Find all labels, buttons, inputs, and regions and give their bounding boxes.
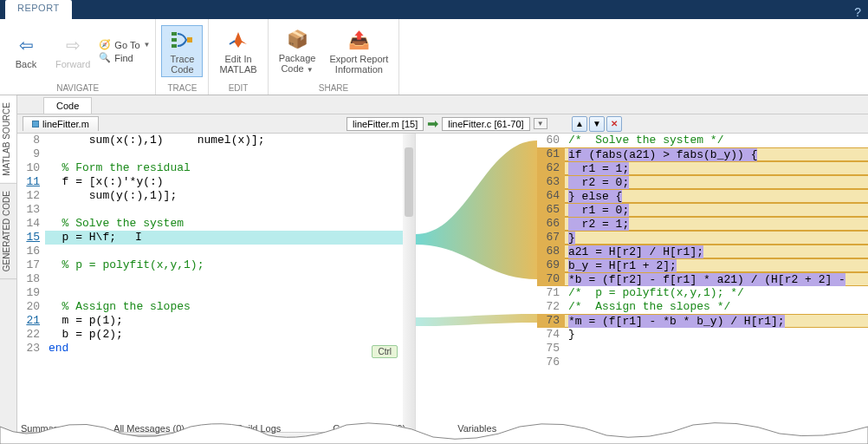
code-line[interactable]: 20 % Assign the slopes — [17, 300, 415, 314]
line-number[interactable]: 16 — [17, 245, 45, 258]
code-line[interactable]: 12 sum(y(:),1)]; — [17, 189, 415, 203]
line-number[interactable]: 62 — [537, 161, 565, 175]
line-number[interactable]: 22 — [17, 328, 45, 342]
code-line[interactable]: 9 — [17, 147, 415, 161]
code-text[interactable]: % Assign the slopes — [45, 300, 415, 314]
code-text[interactable]: m = p(1); — [45, 314, 415, 328]
line-number[interactable]: 9 — [17, 147, 45, 161]
code-line[interactable]: 61if (fabs(a21) > fabs(b_y)) { — [537, 147, 868, 161]
code-text[interactable] — [45, 203, 415, 217]
code-line[interactable]: 69b_y = H[r1 + 2]; — [537, 258, 868, 272]
code-text[interactable]: r2 = 0; — [565, 175, 868, 189]
trace-left-loc[interactable]: lineFitter.m [15] — [347, 117, 424, 131]
line-number[interactable]: 66 — [537, 217, 565, 231]
code-line[interactable]: 62 r1 = 1; — [537, 161, 868, 175]
line-number[interactable]: 23 — [17, 342, 45, 356]
code-line[interactable]: 74} — [537, 328, 868, 342]
right-editor[interactable]: 60/* Solve the system */61if (fabs(a21) … — [537, 134, 868, 444]
line-number[interactable]: 69 — [537, 258, 565, 272]
code-text[interactable]: end — [45, 342, 415, 356]
code-line[interactable]: 18 — [17, 272, 415, 286]
code-line[interactable]: 13 — [17, 203, 415, 217]
code-line[interactable]: 23end — [17, 342, 415, 356]
code-line[interactable]: 71/* p = polyfit(x,y,1); */ — [537, 286, 868, 300]
code-text[interactable]: } — [565, 231, 868, 245]
line-number[interactable]: 8 — [17, 134, 45, 147]
line-number[interactable]: 61 — [537, 147, 565, 161]
code-text[interactable]: r2 = 1; — [565, 217, 868, 231]
line-number[interactable]: 13 — [17, 203, 45, 217]
line-number[interactable]: 65 — [537, 203, 565, 217]
package-code-button[interactable]: 📦 Package Code ▼ — [274, 25, 321, 77]
file-tab-linefitter[interactable]: lineFitter.m — [23, 116, 99, 131]
code-line[interactable]: 11 f = [x(:)'*y(:) — [17, 175, 415, 189]
code-tab[interactable]: Code — [43, 97, 92, 114]
back-button[interactable]: ⇦ Back — [5, 31, 47, 71]
trace-next-button[interactable]: ▼ — [589, 116, 605, 132]
code-line[interactable]: 60/* Solve the system */ — [537, 134, 868, 147]
code-line[interactable]: 65 r1 = 0; — [537, 203, 868, 217]
insights-tab[interactable]: Code Insights (2) — [333, 423, 405, 439]
code-line[interactable]: 67} — [537, 231, 868, 245]
line-number[interactable]: 20 — [17, 300, 45, 314]
line-number[interactable]: 12 — [17, 189, 45, 203]
trace-right-loc[interactable]: lineFitter.c [61-70] — [442, 117, 529, 131]
code-line[interactable]: 16 — [17, 245, 415, 258]
messages-tab[interactable]: All Messages (0) — [113, 423, 185, 439]
code-line[interactable]: 21 m = p(1); — [17, 314, 415, 328]
line-number[interactable]: 68 — [537, 245, 565, 258]
code-text[interactable]: a21 = H[r2] / H[r1]; — [565, 245, 868, 258]
code-text[interactable] — [45, 272, 415, 286]
code-text[interactable]: f = [x(:)'*y(:) — [45, 175, 415, 189]
line-number[interactable]: 72 — [537, 300, 565, 314]
code-text[interactable]: *b = (f[r2] - f[r1] * a21) / (H[r2 + 2] … — [565, 272, 868, 286]
line-number[interactable]: 60 — [537, 134, 565, 147]
line-number[interactable]: 19 — [17, 286, 45, 300]
code-line[interactable]: 73*m = (f[r1] - *b * b_y) / H[r1]; — [537, 314, 868, 328]
generated-code-tab[interactable]: GENERATED CODE — [0, 184, 16, 279]
export-report-button[interactable]: 📤 Export Report Information — [324, 26, 393, 76]
code-line[interactable]: 10 % Form the residual — [17, 161, 415, 175]
code-text[interactable] — [565, 342, 868, 356]
line-number[interactable]: 71 — [537, 286, 565, 300]
variables-tab[interactable]: Variables — [457, 423, 496, 439]
line-number[interactable]: 10 — [17, 161, 45, 175]
scrollbar-v-left[interactable] — [403, 134, 415, 432]
code-text[interactable]: /* Solve the system */ — [565, 134, 868, 147]
trace-prev-button[interactable]: ▲ — [572, 116, 587, 132]
line-number[interactable]: 73 — [537, 314, 565, 328]
code-line[interactable]: 22 b = p(2); — [17, 328, 415, 342]
code-text[interactable]: b = p(2); — [45, 328, 415, 342]
code-text[interactable]: % Form the residual — [45, 161, 415, 175]
find-button[interactable]: 🔍Find — [99, 52, 150, 63]
line-number[interactable]: 76 — [537, 356, 565, 369]
line-number[interactable]: 70 — [537, 272, 565, 286]
line-number[interactable]: 17 — [17, 258, 45, 272]
code-text[interactable] — [565, 356, 868, 369]
line-number[interactable]: 21 — [17, 314, 45, 328]
code-line[interactable]: 15 p = H\f;I — [17, 231, 415, 245]
code-text[interactable]: } — [565, 328, 868, 342]
edit-in-matlab-button[interactable]: Edit In MATLAB — [214, 26, 262, 76]
code-text[interactable]: % p = polyfit(x,y,1); — [45, 258, 415, 272]
code-line[interactable]: 68a21 = H[r2] / H[r1]; — [537, 245, 868, 258]
summary-tab[interactable]: Summary — [21, 423, 62, 439]
code-line[interactable]: 66 r2 = 1; — [537, 217, 868, 231]
code-text[interactable]: b_y = H[r1 + 2]; — [565, 258, 868, 272]
trace-code-button[interactable]: Trace Code — [161, 25, 203, 77]
code-text[interactable]: sum(y(:),1)]; — [45, 189, 415, 203]
code-text[interactable] — [45, 147, 415, 161]
code-text[interactable]: /* p = polyfit(x,y,1); */ — [565, 286, 868, 300]
help-icon[interactable]: ? — [854, 5, 861, 19]
code-text[interactable]: p = H\f;I — [45, 231, 415, 245]
code-text[interactable] — [45, 245, 415, 258]
code-text[interactable]: r1 = 0; — [565, 203, 868, 217]
line-number[interactable]: 64 — [537, 189, 565, 203]
code-text[interactable]: if (fabs(a21) > fabs(b_y)) { — [565, 147, 868, 161]
left-editor[interactable]: 8 sum(x(:),1) numel(x)];910 % Form the r… — [17, 134, 416, 444]
code-line[interactable]: 8 sum(x(:),1) numel(x)]; — [17, 134, 415, 147]
code-line[interactable]: 64} else { — [537, 189, 868, 203]
build-logs-tab[interactable]: Build Logs — [236, 423, 281, 439]
goto-button[interactable]: 🧭Go To▼ — [99, 39, 150, 50]
code-line[interactable]: 76 — [537, 356, 868, 369]
